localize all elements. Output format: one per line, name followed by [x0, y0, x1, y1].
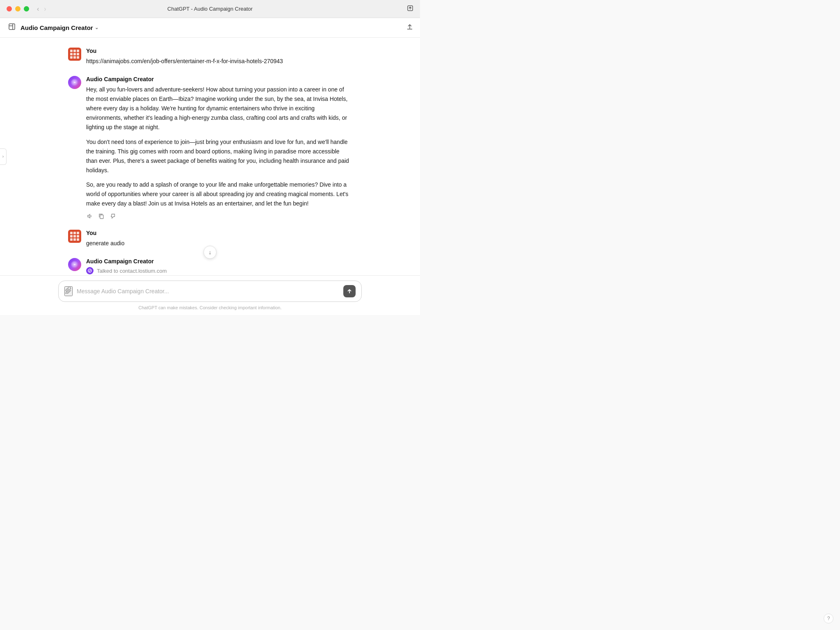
- chat-input[interactable]: [77, 288, 339, 294]
- assistant-message-2-content: Audio Campaign Creator Talked to contact…: [86, 258, 352, 275]
- share-button[interactable]: [407, 5, 413, 13]
- assistant-avatar-2: [68, 258, 81, 271]
- topbar-left: Audio Campaign Creator ⌄: [7, 21, 98, 34]
- tool-call-text: Talked to contact.lostium.com: [97, 268, 167, 274]
- conversation-name-text: Audio Campaign Creator: [21, 24, 93, 31]
- titlebar-actions: [407, 5, 413, 13]
- assistant-message-1-header: Audio Campaign Creator: [86, 76, 352, 82]
- assistant-message-1: Audio Campaign Creator Hey, all you fun-…: [68, 76, 352, 220]
- forward-arrow[interactable]: ›: [44, 5, 46, 13]
- footer-note: ChatGPT can make mistakes. Consider chec…: [10, 305, 410, 312]
- user-message-1-header: You: [86, 48, 352, 54]
- user-message-1: You https://animajobs.com/en/job-offers/…: [68, 48, 352, 66]
- message-list: You https://animajobs.com/en/job-offers/…: [58, 48, 362, 275]
- user-avatar: [68, 48, 81, 61]
- sidebar-toggle[interactable]: ›: [0, 148, 7, 165]
- assistant-para-1: Hey, all you fun-lovers and adventure-se…: [86, 85, 352, 132]
- assistant-para-3: So, are you ready to add a splash of ora…: [86, 180, 352, 208]
- thumbs-down-button-1[interactable]: [109, 212, 116, 220]
- user-message-2-text: generate audio: [86, 239, 352, 248]
- user-avatar-2: [68, 230, 81, 243]
- minimize-button[interactable]: [15, 6, 21, 11]
- user-message-1-content: You https://animajobs.com/en/job-offers/…: [86, 48, 352, 66]
- user-message-2-content: You generate audio: [86, 230, 352, 248]
- assistant-message-2-header: Audio Campaign Creator: [86, 258, 352, 265]
- topbar: Audio Campaign Creator ⌄: [0, 18, 420, 38]
- user-name-2: You: [86, 230, 96, 236]
- svg-rect-3: [100, 215, 103, 219]
- conversation-name-button[interactable]: Audio Campaign Creator ⌄: [21, 24, 98, 31]
- assistant-message-1-content: Audio Campaign Creator Hey, all you fun-…: [86, 76, 352, 220]
- svg-point-2: [72, 80, 77, 85]
- window-title: ChatGPT - Audio Campaign Creator: [167, 6, 253, 12]
- assistant-para-2: You don't need tons of experience to joi…: [86, 137, 352, 175]
- back-arrow[interactable]: ‹: [37, 5, 39, 13]
- export-button[interactable]: [406, 23, 413, 32]
- tool-icon: [86, 267, 94, 274]
- topbar-right: [406, 23, 413, 32]
- assistant-name-2: Audio Campaign Creator: [86, 258, 154, 265]
- input-area: ChatGPT can make mistakes. Consider chec…: [0, 275, 420, 315]
- tool-call: Talked to contact.lostium.com: [86, 267, 352, 274]
- read-aloud-button-1[interactable]: [86, 212, 94, 220]
- close-button[interactable]: [7, 6, 12, 11]
- svg-rect-1: [9, 24, 15, 30]
- assistant-message-2: Audio Campaign Creator Talked to contact…: [68, 258, 352, 275]
- user-message-2-header: You: [86, 230, 352, 236]
- user-message-1-text: https://animajobs.com/en/job-offers/ente…: [86, 57, 352, 66]
- assistant-message-1-text: Hey, all you fun-lovers and adventure-se…: [86, 85, 352, 208]
- user-name-1: You: [86, 48, 96, 54]
- titlebar: ‹ › ChatGPT - Audio Campaign Creator: [0, 0, 420, 18]
- assistant-avatar-1: [68, 76, 81, 89]
- copy-button-1[interactable]: [98, 212, 105, 220]
- maximize-button[interactable]: [24, 6, 29, 11]
- window-controls: [7, 6, 29, 11]
- svg-point-4: [72, 262, 77, 267]
- chat-area[interactable]: You https://animajobs.com/en/job-offers/…: [0, 38, 420, 275]
- navigation-arrows: ‹ ›: [37, 5, 46, 13]
- send-button[interactable]: [343, 285, 356, 297]
- chevron-down-icon: ⌄: [95, 25, 98, 30]
- assistant-message-1-actions: [86, 212, 352, 220]
- assistant-name-1: Audio Campaign Creator: [86, 76, 154, 82]
- compose-button[interactable]: [7, 21, 17, 34]
- input-box: [58, 281, 362, 302]
- attachment-button[interactable]: [64, 286, 73, 296]
- input-wrapper: [58, 281, 362, 302]
- scroll-down-button[interactable]: ↓: [203, 246, 217, 259]
